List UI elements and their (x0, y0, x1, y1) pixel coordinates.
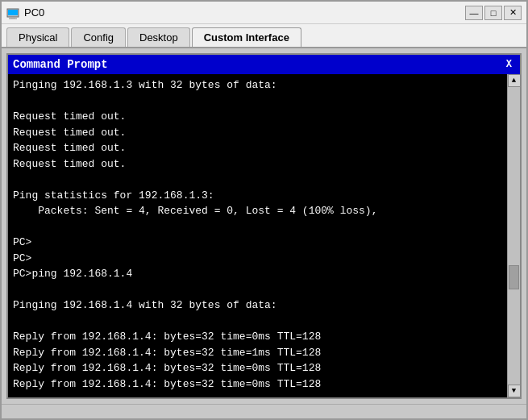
terminal-title: Command Prompt (13, 58, 108, 71)
svg-rect-3 (9, 18, 17, 19)
terminal-close-button[interactable]: X (503, 59, 515, 70)
minimize-button[interactable]: — (465, 6, 483, 20)
window-controls: — □ ✕ (465, 6, 522, 20)
tab-bar: Physical Config Desktop Custom Interface (2, 24, 526, 48)
tab-config[interactable]: Config (71, 27, 126, 47)
tab-custom-interface[interactable]: Custom Interface (192, 27, 301, 47)
tab-physical[interactable]: Physical (6, 27, 69, 47)
terminal-titlebar: Command Prompt X (8, 55, 520, 74)
terminal-output-wrapper: Pinging 192.168.1.3 with 32 bytes of dat… (8, 74, 520, 397)
scrollbar-thumb[interactable] (509, 265, 519, 289)
title-bar: PC0 — □ ✕ (2, 2, 526, 24)
terminal-container: Command Prompt X Pinging 192.168.1.3 wit… (6, 53, 522, 399)
svg-rect-2 (10, 17, 15, 19)
window-title: PC0 (24, 6, 465, 19)
scrollbar-track[interactable] (508, 87, 520, 385)
terminal-output[interactable]: Pinging 192.168.1.3 with 32 bytes of dat… (8, 74, 507, 397)
close-button[interactable]: ✕ (504, 6, 522, 20)
app-icon (6, 6, 19, 19)
svg-rect-1 (8, 10, 18, 15)
bottom-bar (2, 404, 526, 418)
terminal-scrollbar[interactable]: ▲ ▼ (507, 74, 520, 397)
maximize-button[interactable]: □ (484, 6, 502, 20)
scroll-down-button[interactable]: ▼ (508, 385, 521, 397)
tab-desktop[interactable]: Desktop (127, 27, 190, 47)
main-window: PC0 — □ ✕ Physical Config Desktop Custom… (0, 0, 528, 420)
scroll-up-button[interactable]: ▲ (508, 74, 521, 87)
main-content: Command Prompt X Pinging 192.168.1.3 wit… (2, 48, 526, 404)
